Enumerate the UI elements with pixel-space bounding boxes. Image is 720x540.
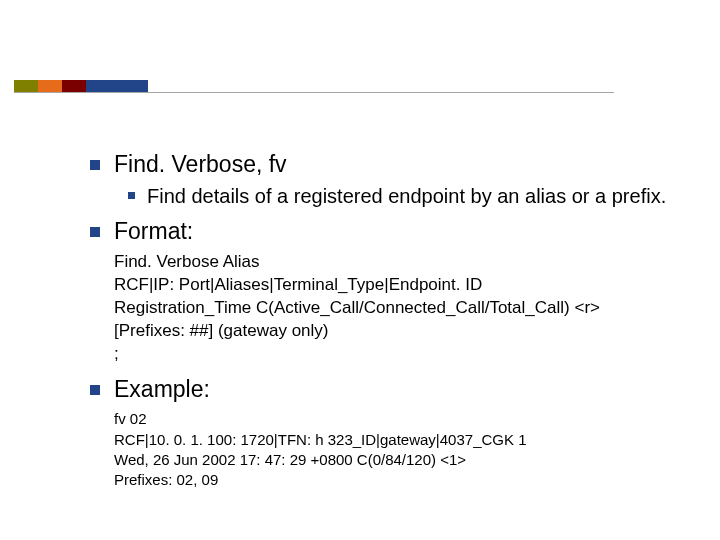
divider <box>14 92 614 93</box>
format-line: Registration_Time C(Active_Call/Connecte… <box>114 297 690 320</box>
content: Find. Verbose, fv Find details of a regi… <box>90 150 690 500</box>
heading-format: Format: <box>90 217 690 247</box>
square-bullet-icon <box>90 385 100 395</box>
heading-text: Find. Verbose, fv <box>114 150 287 180</box>
heading-text: Format: <box>114 217 193 247</box>
format-line: RCF|IP: Port|Aliases|Terminal_Type|Endpo… <box>114 274 690 297</box>
square-bullet-icon <box>90 160 100 170</box>
desc-findverbose: Find details of a registered endpoint by… <box>128 184 690 209</box>
example-line: fv 02 <box>114 409 690 429</box>
format-line: [Prefixes: ##] (gateway only) <box>114 320 690 343</box>
desc-text: Find details of a registered endpoint by… <box>147 184 666 209</box>
square-bullet-icon <box>128 192 135 199</box>
format-line: ; <box>114 343 690 366</box>
heading-text: Example: <box>114 375 210 405</box>
heading-findverbose: Find. Verbose, fv <box>90 150 690 180</box>
accent-bar <box>14 80 148 92</box>
example-line: RCF|10. 0. 1. 100: 1720|TFN: h 323_ID|ga… <box>114 430 690 450</box>
slide: Find. Verbose, fv Find details of a regi… <box>0 0 720 540</box>
example-line: Wed, 26 Jun 2002 17: 47: 29 +0800 C(0/84… <box>114 450 690 470</box>
format-line: Find. Verbose Alias <box>114 251 690 274</box>
heading-example: Example: <box>90 375 690 405</box>
square-bullet-icon <box>90 227 100 237</box>
format-block: Find. Verbose Alias RCF|IP: Port|Aliases… <box>114 251 690 366</box>
example-line: Prefixes: 02, 09 <box>114 470 690 490</box>
example-block: fv 02 RCF|10. 0. 1. 100: 1720|TFN: h 323… <box>114 409 690 490</box>
